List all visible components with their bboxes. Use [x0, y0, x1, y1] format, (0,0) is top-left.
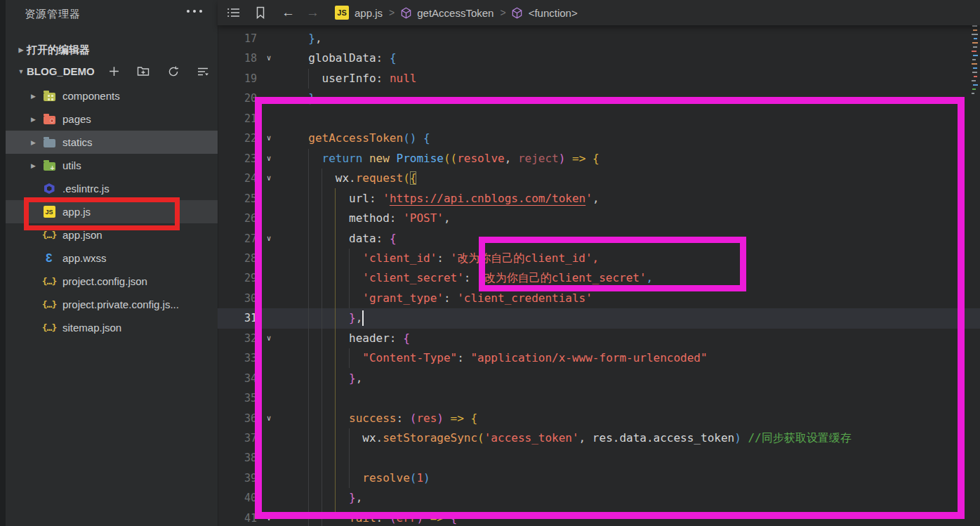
code-line-34[interactable]: },	[295, 369, 362, 388]
json-file-icon: {…}	[42, 276, 56, 287]
tree-item-app-wxss[interactable]: 3app.wxss	[6, 246, 218, 270]
tree-item-label: sitemap.json	[62, 322, 121, 334]
line-number: 33	[218, 348, 257, 368]
code-line-24[interactable]: wx.request({	[295, 169, 416, 188]
tree-chevron-icon: ▶	[31, 139, 42, 146]
code-line-32[interactable]: header: {	[295, 329, 410, 348]
code-line-28[interactable]: 'client_id': '改为你自己的client_id',	[295, 249, 599, 268]
minimap[interactable]	[972, 25, 980, 526]
code-line-30[interactable]: 'grant_type': 'client_credentials'	[295, 289, 592, 308]
tree-item-pages[interactable]: ▶pages	[6, 107, 218, 131]
line-number: 19	[218, 69, 257, 88]
forward-arrow-icon[interactable]: →	[306, 5, 319, 20]
line-number: 41	[218, 508, 257, 526]
tree-item-label: .eslintrc.js	[62, 183, 110, 195]
line-number: 31	[218, 308, 257, 328]
tree-item-project-config-json[interactable]: {…}project.config.json	[6, 270, 218, 293]
refresh-icon[interactable]	[166, 65, 180, 79]
fold-chevron-icon[interactable]: ∨	[263, 169, 275, 188]
editor-window: 资源管理器 ▶ 打开的编辑器 ▼ BLOG_DEMO ▶components▶p…	[0, 0, 980, 526]
code-line-37[interactable]: wx.setStorageSync('access_token', res.da…	[295, 428, 852, 448]
js-file-badge-icon: JS	[335, 6, 349, 20]
tree-item-project-private-config-js-[interactable]: {…}project.private.config.js...	[6, 293, 218, 316]
symbol-method-icon	[397, 4, 414, 21]
line-number: 38	[218, 448, 257, 468]
tree-item-app-js[interactable]: JSapp.js	[6, 200, 218, 223]
line-number: 40	[218, 488, 257, 508]
eslint-icon	[44, 183, 55, 194]
line-number: 27	[218, 229, 257, 249]
tree-item-label: app.js	[62, 206, 91, 218]
tree-item-label: pages	[62, 113, 91, 125]
tree-chevron-icon: ▶	[31, 116, 42, 123]
code-editor[interactable]: 17 },18∨ globalData: {19 userInfo: null2…	[218, 25, 980, 526]
tree-item--eslintrc-js[interactable]: .eslintrc.js	[6, 177, 218, 200]
line-number: 39	[218, 468, 257, 488]
new-file-icon[interactable]	[107, 65, 121, 79]
code-line-41[interactable]: fail: (err) => {	[295, 508, 457, 526]
code-line-20[interactable]: },	[295, 88, 322, 108]
chevron-down-icon: ▼	[15, 68, 27, 75]
statics-folder-icon	[44, 139, 55, 147]
bookmark-icon[interactable]	[252, 4, 269, 21]
code-line-27[interactable]: data: {	[295, 229, 397, 249]
code-line-22[interactable]: getAccessToken() {	[295, 129, 430, 148]
breadcrumb-file[interactable]: app.js	[355, 7, 383, 19]
breadcrumb-member[interactable]: <function>	[529, 7, 578, 19]
breadcrumb-separator-2: >	[500, 7, 505, 18]
code-line-29[interactable]: 'client_secret': '改为你自己的client_secret',	[295, 268, 653, 288]
line-number: 34	[218, 369, 257, 388]
code-line-25[interactable]: url: 'https://api.cnblogs.com/token',	[295, 189, 600, 209]
fold-chevron-icon[interactable]: ∨	[263, 329, 275, 348]
line-number: 17	[218, 29, 257, 48]
fold-chevron-icon[interactable]: ∨	[263, 409, 275, 428]
line-number: 32	[218, 329, 257, 348]
components-folder-icon	[44, 93, 55, 101]
breadcrumb-symbol[interactable]: getAccessToken	[417, 7, 494, 19]
code-line-23[interactable]: return new Promise((resolve, reject) => …	[295, 149, 600, 169]
wxss-file-icon: 3	[46, 251, 52, 265]
code-line-39[interactable]: resolve(1)	[295, 468, 430, 488]
code-line-31[interactable]: },	[295, 308, 362, 328]
fold-chevron-icon[interactable]: ∨	[263, 508, 275, 526]
tree-item-sitemap-json[interactable]: {…}sitemap.json	[6, 316, 218, 339]
tree-chevron-icon: ▶	[31, 93, 42, 100]
symbol-function-icon	[509, 4, 526, 21]
more-actions-icon[interactable]	[187, 10, 202, 13]
utils-folder-icon: +	[44, 162, 55, 171]
new-folder-icon[interactable]	[137, 65, 151, 79]
chevron-right-icon: ▶	[15, 46, 27, 53]
tree-item-statics[interactable]: ▶statics	[6, 131, 218, 154]
code-line-33[interactable]: "Content-Type": "application/x-www-form-…	[295, 348, 708, 368]
line-number: 18	[218, 48, 257, 68]
outline-list-icon[interactable]	[225, 4, 242, 21]
json-file-icon: {…}	[42, 299, 56, 310]
code-line-40[interactable]: },	[295, 488, 362, 508]
code-line-18[interactable]: globalData: {	[295, 48, 397, 68]
explorer-sidebar: 资源管理器 ▶ 打开的编辑器 ▼ BLOG_DEMO ▶components▶p…	[6, 0, 218, 526]
json-file-icon: {…}	[42, 230, 56, 240]
line-number: 35	[218, 388, 257, 408]
line-number: 28	[218, 249, 257, 268]
tree-item-label: app.json	[62, 229, 102, 241]
sidebar-title: 资源管理器	[25, 8, 81, 21]
tree-item-components[interactable]: ▶components	[6, 84, 218, 107]
fold-chevron-icon[interactable]: ∨	[263, 149, 275, 169]
line-number: 25	[218, 189, 257, 209]
code-line-26[interactable]: method: 'POST',	[295, 209, 451, 228]
code-line-17[interactable]: },	[295, 29, 322, 48]
tree-item-app-json[interactable]: {…}app.json	[6, 223, 218, 246]
back-arrow-icon[interactable]: ←	[282, 5, 295, 20]
section-open-editors[interactable]: ▶ 打开的编辑器	[6, 40, 227, 60]
line-number: 21	[218, 109, 257, 129]
code-line-36[interactable]: success: (res) => {	[295, 409, 477, 428]
collapse-all-icon[interactable]	[196, 65, 210, 79]
fold-chevron-icon[interactable]: ∨	[263, 129, 275, 148]
fold-chevron-icon[interactable]: ∨	[263, 229, 275, 249]
code-line-19[interactable]: userInfo: null	[295, 69, 416, 88]
tree-item-utils[interactable]: ▶+utils	[6, 154, 218, 177]
section-project[interactable]: ▼ BLOG_DEMO	[6, 60, 227, 82]
line-number: 29	[218, 268, 257, 288]
fold-chevron-icon[interactable]: ∨	[263, 48, 275, 68]
tree-chevron-icon: ▶	[31, 162, 42, 169]
